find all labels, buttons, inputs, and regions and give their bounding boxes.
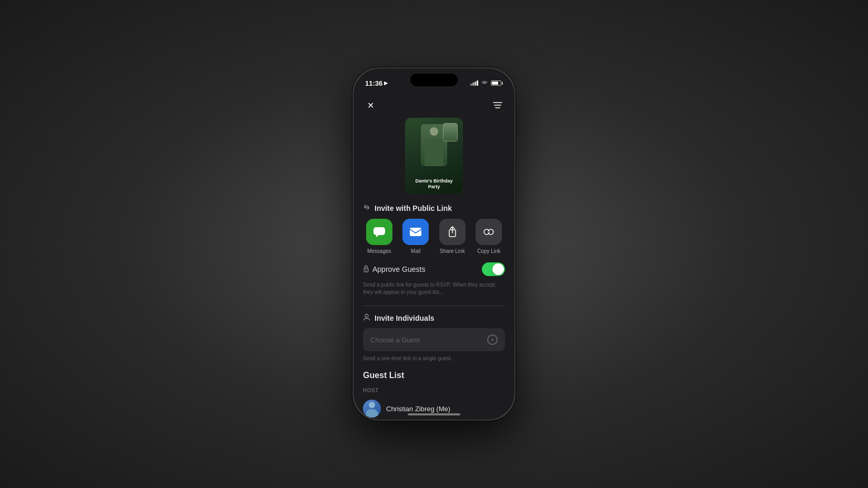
battery-icon [491,80,503,86]
cellular-icon [470,80,478,86]
share-options: Messages Mail [354,219,514,262]
host-avatar [363,400,381,418]
phone-frame: 11:36 ▶ [352,67,516,421]
share-link-icon-wrap [439,219,466,245]
messages-icon [372,226,386,238]
status-icons [470,80,503,86]
mail-icon-wrap [402,219,429,245]
invite-individuals-header: Invite Individuals [354,313,514,328]
guest-list-header: Guest List [354,371,514,384]
wifi-icon [481,80,488,86]
choose-guest-placeholder: Choose a Guest [370,336,420,344]
host-name: Christian Zibreg (Me) [386,405,450,413]
guest-list-title: Guest List [363,371,404,380]
share-link-icon [447,226,458,238]
messages-icon-wrap [366,219,392,245]
svg-marker-4 [376,235,379,237]
share-link[interactable]: Share Link [439,219,466,254]
approve-guests-toggle[interactable] [482,262,505,276]
svg-point-12 [366,269,367,270]
share-mail[interactable]: Mail [402,219,429,254]
share-messages[interactable]: Messages [366,219,392,254]
copy-link-icon [483,226,494,238]
approve-guests-row: Approve Guests [354,262,514,281]
choose-guest-button[interactable]: Choose a Guest + [363,328,505,351]
dynamic-island [410,74,458,86]
share-link-label: Share Link [440,248,465,254]
status-time: 11:36 ▶ [365,79,388,87]
location-icon: ▶ [384,80,388,86]
close-button[interactable]: ✕ [363,98,378,113]
approve-guests-label: Approve Guests [372,265,425,273]
svg-rect-3 [374,227,385,235]
invite-individuals-title: Invite Individuals [375,314,435,322]
time-display: 11:36 [365,79,382,87]
add-guest-plus-icon: + [487,334,498,345]
event-image-container: Dante's Birthday Party [354,118,514,194]
copy-link[interactable]: Copy Link [476,219,502,254]
mail-label: Mail [411,248,420,254]
top-bar: ✕ [354,94,514,118]
event-image: Dante's Birthday Party [405,118,463,194]
approve-guests-description: Send a public link for guests to RSVP. W… [354,281,514,306]
host-avatar-image [363,400,381,418]
filter-button[interactable] [490,98,505,113]
screen: 11:36 ▶ [354,68,514,420]
svg-rect-5 [410,228,421,236]
public-link-title: Invite with Public Link [375,204,452,212]
public-link-section-header: Invite with Public Link [354,204,514,219]
event-label-overlay: Dante's Birthday Party [405,175,463,194]
filter-icon [492,101,503,109]
one-time-link-description: Send a one-time link to a single guest. [354,355,514,371]
svg-point-13 [365,314,368,318]
link-icon [363,204,370,212]
home-indicator [408,413,460,415]
copy-link-icon-wrap [476,219,502,245]
messages-label: Messages [367,248,391,254]
content-scroll[interactable]: ✕ [354,94,514,420]
host-row: Christian Zibreg (Me) [354,395,514,420]
host-section-label: HOST [354,384,514,395]
mail-icon [409,227,422,237]
status-bar: 11:36 ▶ [354,68,514,94]
event-title: Dante's Birthday Party [409,178,459,190]
section-divider [363,306,505,306]
copy-link-label: Copy Link [477,248,500,254]
person-icon [363,313,370,323]
lock-icon [363,265,369,274]
approve-guests-left: Approve Guests [363,265,425,274]
